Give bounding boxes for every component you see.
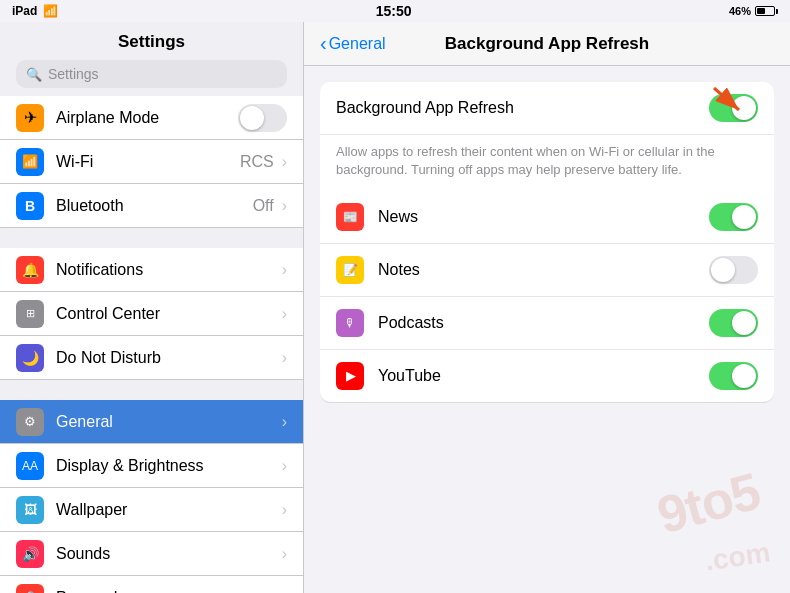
podcasts-toggle[interactable]: [709, 309, 758, 337]
sidebar-item-label: General: [56, 413, 282, 431]
chevron-icon: ›: [282, 589, 287, 594]
sidebar-item-general[interactable]: ⚙ General ›: [0, 400, 303, 444]
airplane-icon: ✈: [16, 104, 44, 132]
general-icon: ⚙: [16, 408, 44, 436]
wallpaper-icon: 🖼: [16, 496, 44, 524]
sidebar-item-wallpaper[interactable]: 🖼 Wallpaper ›: [0, 488, 303, 532]
group-gap: [0, 228, 303, 248]
chevron-icon: ›: [282, 305, 287, 323]
youtube-label: YouTube: [378, 367, 709, 385]
youtube-app-icon: ▶: [336, 362, 364, 390]
news-toggle[interactable]: [709, 203, 758, 231]
sidebar-title: Settings: [16, 32, 287, 52]
airplane-toggle[interactable]: [238, 104, 287, 132]
sidebar: Settings 🔍 Settings ✈ Airplane Mode 📶 Wi…: [0, 22, 304, 593]
notes-toggle[interactable]: [709, 256, 758, 284]
sidebar-item-passcode[interactable]: 🔒 Passcode ›: [0, 576, 303, 593]
sidebar-item-wifi[interactable]: 📶 Wi-Fi RCS ›: [0, 140, 303, 184]
display-icon: AA: [16, 452, 44, 480]
sidebar-list: ✈ Airplane Mode 📶 Wi-Fi RCS › B Bluetoot…: [0, 96, 303, 593]
content-area: Background App Refresh Allow apps to ref…: [304, 66, 790, 593]
status-bar: iPad 📶 15:50 46%: [0, 0, 790, 22]
chevron-icon: ›: [282, 545, 287, 563]
sidebar-item-notifications[interactable]: 🔔 Notifications ›: [0, 248, 303, 292]
description: Allow apps to refresh their content when…: [320, 135, 774, 191]
wifi-icon: 📶: [16, 148, 44, 176]
app-row-notes[interactable]: 📝 Notes: [320, 244, 774, 297]
time-display: 15:50: [376, 3, 412, 19]
app-row-podcasts[interactable]: 🎙 Podcasts: [320, 297, 774, 350]
battery-icon: [755, 6, 778, 16]
nav-bar: ‹ General Background App Refresh: [304, 22, 790, 66]
control-icon: ⊞: [16, 300, 44, 328]
chevron-icon: ›: [282, 457, 287, 475]
group-gap: [0, 380, 303, 400]
sidebar-item-label: Bluetooth: [56, 197, 253, 215]
sidebar-header: Settings 🔍 Settings: [0, 22, 303, 96]
back-chevron-icon: ‹: [320, 33, 327, 53]
notes-app-icon: 📝: [336, 256, 364, 284]
battery-percent: 46%: [729, 5, 751, 17]
sounds-icon: 🔊: [16, 540, 44, 568]
main-refresh-label: Background App Refresh: [336, 99, 709, 117]
device-label: iPad: [12, 4, 37, 18]
sidebar-item-sounds[interactable]: 🔊 Sounds ›: [0, 532, 303, 576]
sidebar-item-bluetooth[interactable]: B Bluetooth Off ›: [0, 184, 303, 228]
chevron-icon: ›: [282, 261, 287, 279]
news-label: News: [378, 208, 709, 226]
nav-title: Background App Refresh: [445, 34, 649, 54]
sidebar-item-label: Notifications: [56, 261, 282, 279]
main-card: Background App Refresh Allow apps to ref…: [320, 82, 774, 402]
search-bar[interactable]: 🔍 Settings: [16, 60, 287, 88]
wifi-icon: 📶: [43, 4, 58, 18]
main-content: ‹ General Background App Refresh Backgro…: [304, 22, 790, 593]
podcasts-app-icon: 🎙: [336, 309, 364, 337]
notes-label: Notes: [378, 261, 709, 279]
chevron-icon: ›: [282, 197, 287, 215]
podcasts-label: Podcasts: [378, 314, 709, 332]
chevron-icon: ›: [282, 501, 287, 519]
bluetooth-value: Off: [253, 197, 274, 215]
sidebar-item-label: Wallpaper: [56, 501, 282, 519]
sidebar-item-label: Airplane Mode: [56, 109, 238, 127]
back-label: General: [329, 35, 386, 53]
notifications-icon: 🔔: [16, 256, 44, 284]
sidebar-item-airplane-mode[interactable]: ✈ Airplane Mode: [0, 96, 303, 140]
wifi-value: RCS: [240, 153, 274, 171]
search-placeholder: Settings: [48, 66, 99, 82]
sidebar-item-label: Sounds: [56, 545, 282, 563]
chevron-icon: ›: [282, 349, 287, 367]
main-refresh-toggle[interactable]: [709, 94, 758, 122]
sidebar-item-control-center[interactable]: ⊞ Control Center ›: [0, 292, 303, 336]
chevron-icon: ›: [282, 153, 287, 171]
passcode-icon: 🔒: [16, 584, 44, 594]
youtube-toggle[interactable]: [709, 362, 758, 390]
main-refresh-row: Background App Refresh: [320, 82, 774, 135]
sidebar-item-label: Passcode: [56, 589, 282, 594]
news-app-icon: 📰: [336, 203, 364, 231]
app-row-news[interactable]: 📰 News: [320, 191, 774, 244]
sidebar-item-label: Do Not Disturb: [56, 349, 282, 367]
sidebar-item-label: Control Center: [56, 305, 282, 323]
sidebar-item-display[interactable]: AA Display & Brightness ›: [0, 444, 303, 488]
sidebar-item-label: Wi-Fi: [56, 153, 240, 171]
bluetooth-icon: B: [16, 192, 44, 220]
dnd-icon: 🌙: [16, 344, 44, 372]
search-icon: 🔍: [26, 67, 42, 82]
app-row-youtube[interactable]: ▶ YouTube: [320, 350, 774, 402]
back-button[interactable]: ‹ General: [320, 34, 386, 53]
sidebar-item-do-not-disturb[interactable]: 🌙 Do Not Disturb ›: [0, 336, 303, 380]
sidebar-item-label: Display & Brightness: [56, 457, 282, 475]
chevron-icon: ›: [282, 413, 287, 431]
app-container: Settings 🔍 Settings ✈ Airplane Mode 📶 Wi…: [0, 22, 790, 593]
